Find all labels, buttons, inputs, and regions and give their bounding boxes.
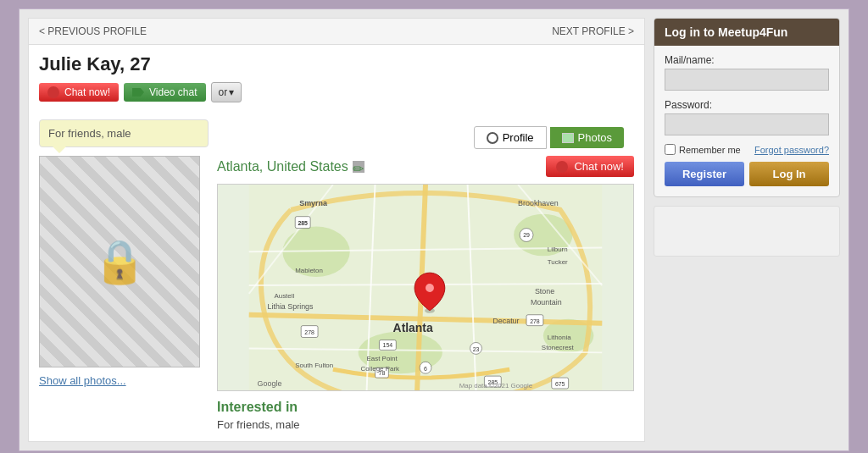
svg-text:College Park: College Park — [361, 365, 399, 373]
svg-text:278: 278 — [530, 318, 540, 324]
lock-icon: 🔒 — [93, 237, 146, 286]
login-buttons: Register Log In — [665, 162, 829, 186]
remember-me-checkbox[interactable] — [665, 144, 676, 155]
location-row: Atlanta, United States ✏ Chat now! — [217, 156, 634, 177]
profile-tab-icon — [487, 132, 498, 144]
tab-profile[interactable]: Profile — [474, 126, 547, 149]
profile-name: Julie Kay, 27 — [39, 53, 634, 75]
svg-text:Mountain: Mountain — [531, 298, 562, 307]
video-icon — [132, 88, 144, 97]
video-chat-button[interactable]: Video chat — [124, 83, 206, 102]
interested-in-value: For friends, male — [217, 418, 634, 431]
left-column: For friends, male 🔒 Show all photos... — [39, 119, 209, 431]
photo-placeholder: 🔒 — [39, 156, 200, 367]
next-profile-link[interactable]: NEXT PROFILE > — [552, 25, 634, 37]
forgot-password-link[interactable]: Forgot password? — [754, 145, 829, 155]
chat-icon — [47, 86, 59, 98]
svg-text:285: 285 — [298, 220, 308, 226]
svg-point-51 — [426, 284, 434, 292]
svg-text:6: 6 — [424, 366, 427, 372]
svg-text:Lithia Springs: Lithia Springs — [268, 302, 314, 311]
svg-text:South Fulton: South Fulton — [295, 362, 333, 369]
profile-section: Julie Kay, 27 Chat now! Video chat or ▾ — [29, 45, 644, 119]
location-chat-icon — [556, 161, 568, 173]
svg-text:Austell: Austell — [274, 292, 294, 300]
interested-in-title: Interested in — [217, 400, 634, 415]
svg-text:29: 29 — [523, 232, 530, 238]
svg-text:Stonecrest: Stonecrest — [542, 344, 575, 351]
svg-text:23: 23 — [473, 346, 480, 352]
or-label: or — [219, 86, 228, 98]
svg-text:675: 675 — [555, 381, 565, 387]
interested-in-section: Interested in For friends, male — [217, 400, 634, 431]
map-container: 285 29 278 78 154 — [217, 184, 634, 391]
svg-text:Google: Google — [258, 379, 282, 388]
password-input[interactable] — [665, 113, 829, 135]
action-buttons: Chat now! Video chat or ▾ — [39, 82, 634, 102]
svg-text:Atlanta: Atlanta — [393, 321, 433, 334]
dropdown-arrow-icon: ▾ — [229, 86, 234, 98]
password-label: Password: — [665, 99, 829, 111]
sidebar: Log in to Meetup4Fun Mail/name: Password… — [654, 18, 840, 442]
svg-text:East Point: East Point — [367, 355, 398, 362]
register-button[interactable]: Register — [665, 162, 744, 186]
photos-tab-label: Photos — [578, 131, 612, 144]
svg-text:Decatur: Decatur — [492, 317, 519, 325]
nav-bar: < PREVIOUS PROFILE NEXT PROFILE > — [29, 19, 644, 45]
location-name: Atlanta, United States — [217, 159, 348, 174]
right-column: Profile Photos Atlanta, United States ✏ — [217, 119, 634, 431]
svg-text:Stone: Stone — [535, 287, 554, 296]
login-title: Log in to Meetup4Fun — [654, 19, 839, 46]
video-chat-label: Video chat — [149, 86, 198, 98]
remember-left: Remember me — [665, 144, 741, 155]
svg-text:Lilburn: Lilburn — [548, 246, 568, 253]
tabs-row: Profile Photos — [217, 119, 634, 156]
mail-input[interactable] — [665, 69, 829, 91]
prev-profile-link[interactable]: < PREVIOUS PROFILE — [39, 25, 147, 37]
remember-me-label: Remember me — [679, 145, 741, 155]
svg-text:Map data ©2021 Google: Map data ©2021 Google — [459, 382, 533, 389]
map-svg: 285 29 278 78 154 — [218, 185, 633, 390]
edit-location-icon[interactable]: ✏ — [353, 161, 364, 173]
location-chat-now-button[interactable]: Chat now! — [546, 156, 634, 177]
svg-text:154: 154 — [383, 342, 393, 348]
mail-label: Mail/name: — [665, 54, 829, 66]
location-text: Atlanta, United States ✏ — [217, 159, 364, 174]
remember-row: Remember me Forgot password? — [665, 144, 829, 155]
chat-now-label: Chat now! — [64, 86, 110, 98]
for-friends-bubble: For friends, male — [39, 119, 209, 147]
or-dropdown-button[interactable]: or ▾ — [211, 82, 242, 102]
svg-text:Smyrna: Smyrna — [299, 199, 328, 207]
tab-photos[interactable]: Photos — [550, 127, 624, 148]
profile-tab-label: Profile — [503, 131, 534, 144]
svg-text:Lithonia: Lithonia — [548, 334, 571, 341]
ad-placeholder — [654, 206, 840, 257]
body-row: For friends, male 🔒 Show all photos... P… — [29, 119, 644, 441]
show-all-photos-link[interactable]: Show all photos... — [39, 374, 209, 387]
svg-text:Brookhaven: Brookhaven — [518, 199, 559, 207]
login-box: Log in to Meetup4Fun Mail/name: Password… — [654, 18, 840, 197]
svg-text:278: 278 — [304, 329, 314, 335]
chat-now-button[interactable]: Chat now! — [39, 83, 119, 102]
photos-tab-icon — [562, 133, 574, 143]
login-button[interactable]: Log In — [749, 162, 829, 186]
svg-text:Tucker: Tucker — [548, 258, 568, 266]
svg-text:Mableton: Mableton — [295, 267, 323, 274]
location-chat-label: Chat now! — [574, 160, 624, 173]
